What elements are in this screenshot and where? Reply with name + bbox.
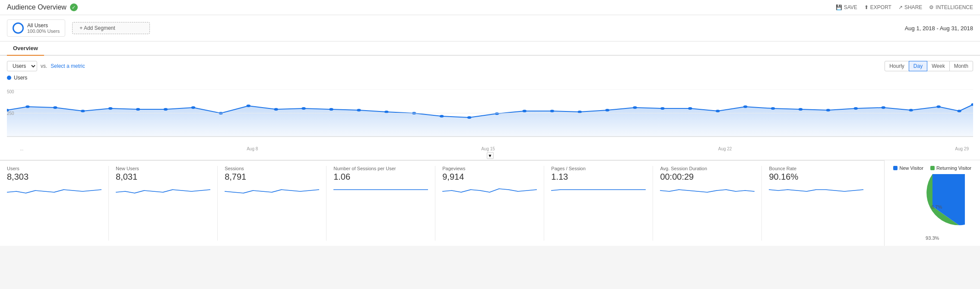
metrics-section: Users 8,303 New Users 8,031 Sessions 8,7…	[0, 160, 885, 246]
svg-point-22	[605, 109, 609, 111]
pie-legend: New Visitor Returning Visitor	[893, 165, 971, 171]
metric-card-avg-session-duration: Avg. Session Duration 00:00:29	[660, 166, 762, 241]
legend-dot	[7, 76, 11, 80]
chart-area: 500 250	[7, 89, 973, 146]
svg-point-12	[329, 108, 333, 111]
legend-color-returning-visitor	[930, 166, 935, 170]
legend-new-visitor: New Visitor	[893, 165, 923, 171]
svg-point-3	[81, 110, 85, 112]
sparkline-new-users	[116, 184, 210, 196]
svg-point-11	[301, 107, 306, 110]
svg-point-24	[660, 107, 665, 110]
metric-dropdown[interactable]: Users	[7, 61, 37, 71]
svg-point-34	[936, 105, 941, 108]
segment-left: All Users 100.00% Users + Add Segment	[7, 19, 150, 37]
chart-svg	[7, 89, 973, 137]
x-label-4: Aug 22	[718, 146, 732, 151]
svg-point-2	[53, 106, 57, 109]
tab-overview[interactable]: Overview	[7, 41, 44, 56]
svg-point-32	[881, 106, 885, 109]
page-title: Audience Overview	[7, 3, 67, 11]
sparkline-bounce-rate	[769, 184, 863, 196]
metric-card-sessions-per-user: Number of Sessions per User 1.06	[333, 166, 435, 241]
share-icon: ↗	[898, 4, 903, 10]
svg-point-5	[136, 108, 140, 111]
svg-point-23	[633, 106, 637, 109]
svg-point-25	[688, 107, 692, 110]
share-button[interactable]: ↗ SHARE	[898, 4, 922, 10]
svg-point-33	[909, 109, 913, 111]
svg-point-7	[191, 106, 196, 109]
month-button[interactable]: Month	[949, 61, 973, 71]
svg-point-27	[743, 105, 748, 108]
chart-controls: Users vs. Select a metric Hourly Day Wee…	[7, 61, 973, 71]
svg-point-20	[550, 110, 555, 112]
select-metric-link[interactable]: Select a metric	[51, 63, 85, 69]
chart-x-labels: ... Aug 8 Aug 15 Aug 22 Aug 29	[7, 146, 973, 151]
svg-point-19	[523, 110, 527, 112]
segment-label: All Users	[27, 22, 60, 29]
x-label-5: Aug 29	[955, 146, 969, 151]
y-label-250: 250	[7, 111, 14, 116]
sparkline-sessions	[225, 184, 319, 196]
svg-point-6	[164, 108, 168, 111]
svg-point-4	[108, 107, 113, 110]
legend-returning-visitor: Returning Visitor	[930, 165, 971, 171]
svg-point-21	[577, 111, 582, 113]
sparkline-avg-session	[660, 184, 755, 196]
add-segment-button[interactable]: + Add Segment	[72, 22, 150, 34]
sparkline-sessions-per-user	[333, 184, 428, 196]
metric-card-pages-per-session: Pages / Session 1.13	[551, 166, 653, 241]
sparkline-pages-per-session	[551, 184, 646, 196]
legend-label-returning-visitor: Returning Visitor	[936, 165, 971, 171]
sparkline-pageviews	[442, 184, 537, 196]
svg-point-1	[25, 105, 30, 108]
chart-section: Users vs. Select a metric Hourly Day Wee…	[0, 56, 980, 160]
verified-icon: ✓	[70, 3, 78, 11]
top-bar-actions: 💾 SAVE ⬆ EXPORT ↗ SHARE ⚙ INTELLIGENCE	[836, 4, 973, 10]
segment-sublabel: 100.00% Users	[27, 29, 60, 34]
save-icon: 💾	[836, 4, 842, 10]
export-icon: ⬆	[864, 4, 869, 10]
y-label-500: 500	[7, 89, 14, 94]
day-button[interactable]: Day	[909, 61, 927, 71]
time-buttons: Hourly Day Week Month	[885, 61, 973, 71]
svg-point-9	[246, 105, 251, 107]
sparkline-users	[7, 184, 101, 196]
pie-section: New Visitor Returning Visitor 6.7% 93.3%	[885, 160, 980, 246]
svg-point-26	[716, 110, 720, 112]
chart-legend: Users	[7, 75, 973, 81]
intelligence-icon: ⚙	[929, 4, 934, 10]
segment-circle	[13, 22, 24, 34]
x-label-2: Aug 8	[247, 146, 258, 151]
export-button[interactable]: ⬆ EXPORT	[864, 4, 891, 10]
hourly-button[interactable]: Hourly	[885, 61, 909, 71]
tab-bar: Overview	[0, 41, 980, 56]
vs-label: vs.	[41, 63, 47, 69]
svg-point-13	[357, 109, 361, 111]
svg-point-16	[440, 115, 444, 118]
pie-label-returning: 6.7%	[931, 204, 942, 210]
week-button[interactable]: Week	[927, 61, 949, 71]
save-button[interactable]: 💾 SAVE	[836, 4, 857, 10]
segment-bar: All Users 100.00% Users + Add Segment Au…	[0, 15, 980, 41]
legend-label-new-visitor: New Visitor	[899, 165, 923, 171]
segment-info: All Users 100.00% Users	[27, 22, 60, 34]
svg-point-17	[467, 116, 472, 119]
scroll-indicator: ▼	[7, 151, 973, 160]
intelligence-button[interactable]: ⚙ INTELLIGENCE	[929, 4, 973, 10]
date-range: Aug 1, 2018 - Aug 31, 2018	[905, 25, 973, 32]
svg-point-18	[495, 112, 499, 115]
page-title-area: Audience Overview ✓	[7, 3, 78, 11]
svg-point-14	[384, 111, 389, 113]
svg-point-30	[826, 109, 831, 111]
svg-point-28	[771, 107, 775, 110]
metric-card-users: Users 8,303	[7, 166, 109, 241]
svg-point-35	[957, 110, 961, 112]
metric-selector: Users vs. Select a metric	[7, 61, 85, 71]
svg-point-29	[799, 108, 803, 111]
bottom-area: Users 8,303 New Users 8,031 Sessions 8,7…	[0, 160, 980, 246]
x-label-3: Aug 15	[481, 146, 495, 151]
all-users-segment[interactable]: All Users 100.00% Users	[7, 19, 65, 37]
scroll-button[interactable]: ▼	[487, 152, 494, 159]
